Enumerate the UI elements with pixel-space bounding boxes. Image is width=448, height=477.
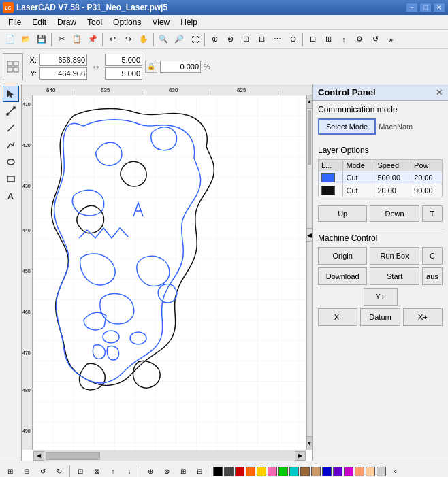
cp-close-btn[interactable]: ✕	[436, 88, 443, 97]
node-edit-tool[interactable]	[3, 103, 19, 119]
paste-btn[interactable]: 📌	[85, 32, 100, 47]
down-btn[interactable]: Down	[370, 205, 419, 222]
panel-expand-arrow[interactable]: ◀	[306, 228, 312, 242]
select-tool[interactable]	[3, 86, 19, 102]
pan-btn[interactable]: ✋	[136, 32, 151, 47]
bt10[interactable]: ⊗	[159, 464, 174, 478]
tb15[interactable]: ↺	[368, 32, 383, 47]
drawing-canvas[interactable]	[33, 95, 306, 450]
layer-row-black[interactable]: Cut 20,00 90,00	[319, 184, 443, 197]
color-darkgray[interactable]	[224, 467, 234, 476]
start-btn[interactable]: Start	[370, 267, 419, 285]
cut-btn[interactable]: ✂	[54, 32, 69, 47]
menu-file[interactable]: File	[3, 16, 27, 29]
bt1[interactable]: ⊞	[3, 464, 18, 478]
x-plus-btn[interactable]: X+	[403, 308, 443, 326]
maximize-button[interactable]: □	[419, 3, 432, 12]
up-btn[interactable]: Up	[318, 205, 367, 222]
canvas-area[interactable]: 640 635 630 625 410 420 430 440 450 460 …	[22, 84, 312, 461]
bt2[interactable]: ⊟	[19, 464, 34, 478]
lock-aspect-btn[interactable]: 🔒	[145, 61, 157, 73]
menu-draw[interactable]: Draw	[52, 16, 82, 29]
menu-help[interactable]: Help	[175, 16, 203, 29]
tb8[interactable]: ⊟	[254, 32, 269, 47]
menu-edit[interactable]: Edit	[27, 16, 52, 29]
color-black[interactable]	[213, 467, 223, 476]
copy-btn[interactable]: 📋	[69, 32, 84, 47]
tb13[interactable]: ↑	[336, 32, 351, 47]
y-input[interactable]	[39, 67, 87, 80]
color-lightgray[interactable]	[377, 467, 386, 476]
menu-view[interactable]: View	[146, 16, 175, 29]
layer-row-blue[interactable]: Cut 500,00 20,00	[319, 171, 443, 184]
tb5[interactable]: ⊕	[207, 32, 222, 47]
grid-toggle[interactable]	[3, 53, 23, 80]
aus-btn[interactable]: aus	[422, 267, 443, 285]
bt6[interactable]: ⊠	[89, 464, 104, 478]
new-btn[interactable]: 📄	[3, 32, 18, 47]
ellipse-tool[interactable]	[3, 154, 19, 170]
bt7[interactable]: ↑	[106, 464, 121, 478]
y-plus-btn[interactable]: Y+	[364, 288, 398, 306]
redo-btn[interactable]: ↪	[121, 32, 135, 47]
origin-btn[interactable]: Origin	[318, 247, 367, 265]
bt11[interactable]: ⊞	[176, 464, 191, 478]
download-btn[interactable]: Download	[318, 267, 367, 285]
color-cyan[interactable]	[289, 467, 299, 476]
rect-tool[interactable]	[3, 171, 19, 187]
bt8[interactable]: ↓	[122, 464, 137, 478]
minimize-button[interactable]: −	[406, 3, 418, 12]
color-yellow[interactable]	[257, 467, 266, 476]
color-magenta[interactable]	[344, 467, 353, 476]
select-mode-btn[interactable]: Select Mode	[318, 118, 376, 135]
tb12[interactable]: ⊞	[321, 32, 336, 47]
line-tool[interactable]	[3, 120, 19, 136]
zoom-fit-btn[interactable]: ⛶	[187, 32, 202, 47]
zoom-in-btn[interactable]: 🔍	[156, 32, 171, 47]
rotation-input[interactable]	[160, 61, 201, 73]
tb14[interactable]: ⚙	[352, 32, 367, 47]
datum-btn[interactable]: Datum	[360, 308, 400, 326]
height-input[interactable]	[105, 67, 142, 80]
color-lightorange[interactable]	[366, 467, 375, 476]
bt3[interactable]: ↺	[35, 464, 50, 478]
color-tan[interactable]	[311, 467, 321, 476]
scrollbar-horizontal[interactable]: ◀ ▶	[33, 450, 306, 461]
tb6[interactable]: ⊗	[223, 32, 238, 47]
bt12[interactable]: ⊟	[192, 464, 207, 478]
x-input[interactable]	[39, 54, 87, 66]
zoom-out-btn[interactable]: 🔎	[172, 32, 187, 47]
tb9[interactable]: ⋯	[270, 32, 285, 47]
open-btn[interactable]: 📂	[18, 32, 33, 47]
color-green[interactable]	[278, 467, 288, 476]
color-red[interactable]	[235, 467, 244, 476]
more-colors-btn[interactable]: »	[387, 464, 402, 478]
width-input[interactable]	[105, 54, 142, 66]
polyline-tool[interactable]	[3, 137, 19, 153]
x-minus-btn[interactable]: X-	[318, 308, 357, 326]
scrollbar-vertical[interactable]: ▲ ▼	[306, 95, 312, 450]
tb10[interactable]: ⊕	[285, 32, 300, 47]
save-btn[interactable]: 💾	[34, 32, 49, 47]
menu-tool[interactable]: Tool	[82, 16, 108, 29]
color-brown[interactable]	[300, 467, 310, 476]
xy-coords: X: Y:	[26, 54, 87, 80]
color-pink[interactable]	[268, 467, 277, 476]
text-tool[interactable]: A	[3, 188, 19, 204]
tb11[interactable]: ⊡	[305, 32, 320, 47]
run-box-btn[interactable]: Run Box	[370, 247, 419, 265]
tb7[interactable]: ⊞	[238, 32, 253, 47]
menu-options[interactable]: Options	[108, 16, 146, 29]
color-violet[interactable]	[333, 467, 342, 476]
bt4[interactable]: ↻	[52, 464, 67, 478]
color-blue[interactable]	[322, 467, 332, 476]
color-orange[interactable]	[246, 467, 255, 476]
bt5[interactable]: ⊡	[73, 464, 88, 478]
t-btn[interactable]: T	[422, 205, 443, 222]
bt9[interactable]: ⊕	[143, 464, 158, 478]
undo-btn[interactable]: ↩	[105, 32, 120, 47]
color-peach[interactable]	[355, 467, 364, 476]
tb16[interactable]: »	[383, 32, 398, 47]
c-btn[interactable]: C	[422, 247, 443, 265]
close-button[interactable]: ✕	[433, 3, 445, 12]
